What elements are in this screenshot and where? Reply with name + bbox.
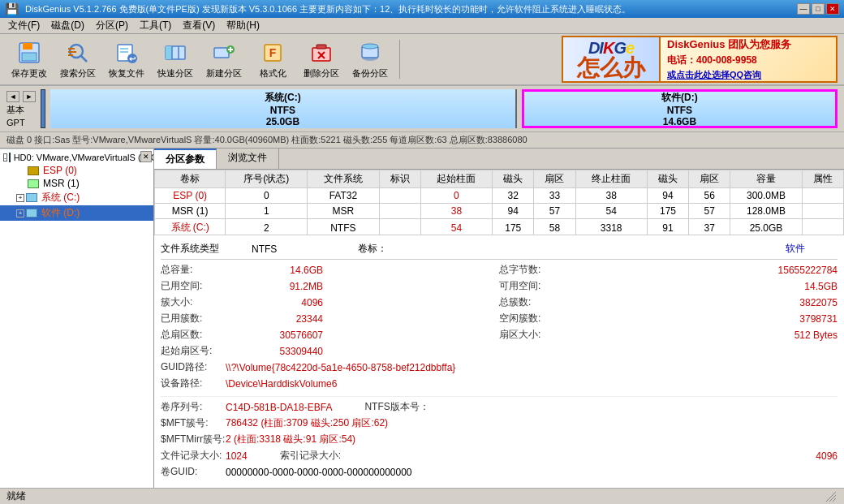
table-row[interactable]: MSR (1) 1 MSR 38 94 57 54 175 57 128.0MB — [155, 204, 844, 219]
minimize-button[interactable]: — — [797, 3, 810, 15]
col-start-sec: 扇区 — [534, 170, 575, 188]
row0-fs: FAT32 — [308, 188, 379, 204]
table-row[interactable]: ESP (0) 0 FAT32 0 32 33 38 94 56 300.0MB — [155, 188, 844, 204]
delete-partition-button[interactable]: 删除分区 — [299, 37, 344, 82]
row0-seq: 0 — [226, 188, 308, 204]
left-panel-close-button[interactable]: ✕ — [140, 151, 152, 162]
save-changes-button[interactable]: 保存更改 — [6, 37, 52, 82]
system-part-icon — [26, 193, 37, 202]
device-path-value: \Device\HarddiskVolume6 — [226, 378, 337, 390]
free-space-value: 14.5GB — [804, 281, 838, 292]
advertisement-banner[interactable]: DIKGe 怎么办 DiskGenius 团队为您服务 电话：400-008-9… — [562, 36, 838, 83]
tree-msr-label: MSR (1) — [43, 178, 80, 189]
tab-browse-files[interactable]: 浏览文件 — [217, 149, 279, 169]
ad-link[interactable]: 或点击此处选择QQ咨询 — [667, 69, 761, 81]
title-bar-controls: — □ ✕ — [797, 3, 839, 15]
row1-start-cyl: 38 — [420, 204, 492, 219]
fs-type-value: NTFS — [252, 243, 277, 255]
detail-mft: $MFT簇号: 786432 (柱面:3709 磁头:250 扇区:62) — [161, 416, 838, 430]
detail-used-clusters: 已用簇数: 23344 — [161, 312, 499, 325]
content-area: ✕ - HD0: VMware,VMwareVirtualS (40GB) ES… — [0, 149, 844, 488]
row1-end-cyl: 54 — [575, 204, 647, 219]
detail-cluster-size: 簇大小: 4096 — [161, 295, 499, 309]
col-start-cyl: 起始柱面 — [420, 170, 492, 188]
detail-free-space: 可用空间: 14.5GB — [499, 279, 838, 293]
tree-expand-software[interactable]: + — [16, 209, 24, 218]
seq-value: C14D-581B-DA18-EBFA — [226, 402, 332, 413]
menu-file[interactable]: 文件(F) — [3, 17, 45, 34]
row2-start-head: 175 — [493, 219, 534, 235]
tree-esp-item[interactable]: ESP (0) — [0, 164, 153, 177]
tree-msr-item[interactable]: MSR (1) — [0, 177, 153, 190]
detail-col-right: 总字节数: 15655222784 可用空间: 14.5GB 总簇数: 3822… — [499, 263, 838, 393]
row0-end-head: 94 — [647, 188, 688, 204]
partition-table-container: 卷标 序号(状态) 文件系统 标识 起始柱面 磁头 扇区 终止柱面 磁头 扇区 … — [154, 170, 844, 235]
disk-software-partition[interactable]: 软件(D:) NTFS 14.6GB — [522, 89, 838, 128]
table-row[interactable]: 系统 (C:) 2 NTFS 54 175 58 3318 91 37 25.0… — [155, 219, 844, 235]
tree-system-item[interactable]: + 系统 (C:) — [0, 190, 153, 205]
menu-partition[interactable]: 分区(P) — [91, 17, 133, 34]
used-clusters-value: 23344 — [226, 313, 323, 325]
partition-table-body: ESP (0) 0 FAT32 0 32 33 38 94 56 300.0MB — [155, 188, 844, 235]
backup-partition-button[interactable]: 备份分区 — [347, 37, 393, 82]
ad-info-area: DiskGenius 团队为您服务 电话：400-008-9958 或点击此处选… — [661, 37, 836, 81]
tree-expand-disk[interactable]: - — [3, 153, 7, 162]
format-button[interactable]: F 格式化 — [250, 37, 295, 82]
disk-type-gpt: GPT — [6, 118, 36, 127]
ad-logo-area: DIKGe 怎么办 — [563, 37, 661, 81]
svg-rect-6 — [68, 51, 76, 53]
ad-phone: 电话：400-008-9958 — [667, 54, 757, 67]
close-button[interactable]: ✕ — [826, 3, 839, 15]
software-part-icon — [26, 209, 37, 218]
svg-rect-9 — [120, 48, 128, 50]
col-end-head: 磁头 — [647, 170, 688, 188]
menu-disk[interactable]: 磁盘(D) — [46, 17, 89, 34]
fs-type-label: 文件系统类型 — [161, 242, 219, 256]
maximize-button[interactable]: □ — [812, 3, 825, 15]
row1-end-head: 175 — [647, 204, 688, 219]
menu-help[interactable]: 帮助(H) — [222, 17, 265, 34]
col-seq: 序号(状态) — [226, 170, 308, 188]
new-part-icon — [211, 40, 237, 66]
title-text: DiskGenius V5.1.2.766 免费版(单文件PE版) 发现新版本 … — [25, 3, 631, 15]
row0-size: 300.0MB — [730, 188, 802, 204]
status-bar: 就绪 — [0, 488, 844, 504]
index-record-value: 4096 — [816, 450, 838, 462]
detail-device-path: 设备路径: \Device\HarddiskVolume6 — [161, 377, 499, 390]
free-clusters-value: 3798731 — [799, 313, 838, 325]
tab-partition-params[interactable]: 分区参数 — [154, 149, 217, 169]
backup-icon — [357, 40, 383, 66]
total-sectors-value: 30576607 — [226, 330, 323, 341]
detail-col-left: 总容量: 14.6GB 已用空间: 91.2MB 簇大小: 4096 已用簇 — [161, 263, 499, 393]
resize-handle[interactable] — [825, 490, 838, 503]
row1-start-sec: 57 — [534, 204, 575, 219]
nav-forward-button[interactable]: ► — [23, 91, 36, 102]
right-tabs: 分区参数 浏览文件 — [154, 149, 844, 170]
quick-partition-button[interactable]: 快速分区 — [153, 37, 198, 82]
menu-view[interactable]: 查看(V) — [178, 17, 220, 34]
nav-back-button[interactable]: ◄ — [6, 91, 19, 102]
restore-files-button[interactable]: ↩ 恢复文件 — [104, 37, 149, 82]
tree-expand-system[interactable]: + — [16, 194, 24, 202]
tree-disk-item[interactable]: - HD0: VMware,VMwareVirtualS (40GB) — [0, 151, 153, 164]
row2-attr — [802, 219, 843, 235]
ad-slogan-cn: 怎么办 — [577, 57, 645, 80]
disk-system-partition[interactable]: 系统(C:) NTFS 25.0GB — [50, 89, 517, 128]
left-panel: ✕ - HD0: VMware,VMwareVirtualS (40GB) ES… — [0, 149, 154, 488]
row1-fs: MSR — [308, 204, 379, 219]
menu-tools[interactable]: 工具(T) — [135, 17, 176, 34]
svg-rect-24 — [316, 45, 326, 49]
search-partition-button[interactable]: 搜索分区 — [55, 37, 101, 82]
detail-start-sector: 起始扇区号: 53309440 — [161, 344, 499, 358]
disk-info-bar: 磁盘 0 接口:Sas 型号:VMware,VMwareVirtualS 容量:… — [0, 132, 844, 149]
row0-id — [379, 188, 420, 204]
cluster-size-value: 4096 — [226, 297, 323, 308]
tree-software-item[interactable]: + 软件 (D:) — [0, 205, 153, 221]
file-record-value: 1024 — [226, 450, 248, 462]
row0-start-sec: 33 — [534, 188, 575, 204]
row1-end-sec: 57 — [689, 204, 730, 219]
tree-disk-label: HD0: VMware,VMwareVirtualS (40GB) — [14, 153, 154, 162]
col-fs: 文件系统 — [308, 170, 379, 188]
new-partition-button[interactable]: 新建分区 — [201, 37, 247, 82]
row1-start-head: 94 — [493, 204, 534, 219]
